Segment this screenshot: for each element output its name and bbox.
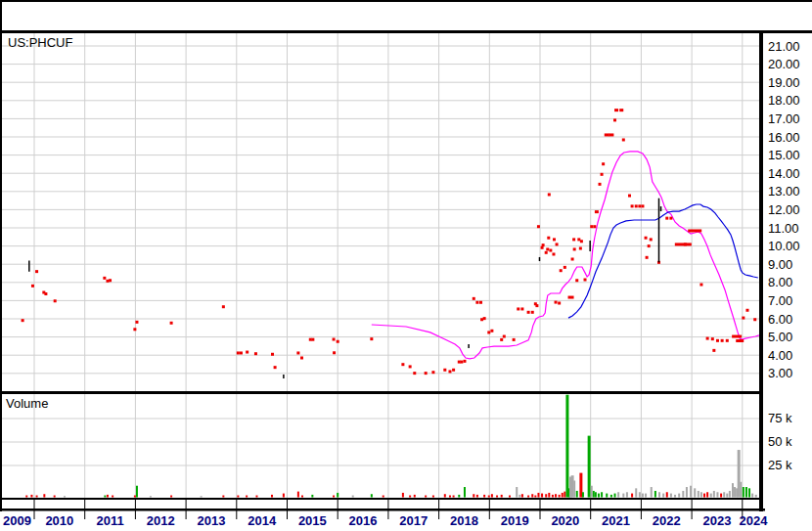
volume-bar bbox=[748, 488, 750, 497]
volume-bar bbox=[222, 496, 224, 498]
price-mark bbox=[135, 321, 138, 324]
price-mark bbox=[605, 133, 609, 136]
volume-bar bbox=[509, 496, 511, 498]
price-mark bbox=[520, 307, 523, 310]
volume-bar bbox=[237, 496, 239, 498]
price-mark bbox=[641, 204, 644, 207]
header-divider bbox=[0, 30, 812, 33]
price-mark bbox=[490, 330, 493, 332]
price-mark bbox=[54, 299, 57, 302]
volume-bar bbox=[64, 496, 66, 497]
price-mark bbox=[584, 279, 587, 282]
price-mark bbox=[517, 307, 519, 310]
volume-bar bbox=[134, 496, 136, 498]
volume-bar bbox=[598, 494, 600, 498]
volume-bar bbox=[755, 495, 757, 498]
year-axis-label: 2009 bbox=[3, 513, 31, 528]
price-mark bbox=[31, 285, 34, 288]
volume-bar bbox=[537, 493, 539, 498]
year-axis-label: 2016 bbox=[349, 513, 378, 528]
volume-bar bbox=[682, 491, 684, 498]
price-axis-label: 21.00 bbox=[768, 39, 800, 54]
volume-bar bbox=[409, 496, 411, 498]
price-mark bbox=[631, 204, 634, 207]
volume-bar bbox=[170, 496, 172, 498]
volume-bar bbox=[686, 487, 688, 497]
price-axis-label: 5.00 bbox=[768, 330, 792, 344]
volume-bar bbox=[352, 496, 354, 498]
price-mark bbox=[513, 338, 516, 341]
volume-bar bbox=[606, 494, 608, 498]
volume-bar bbox=[743, 487, 744, 497]
price-mark bbox=[556, 243, 559, 245]
volume-bar bbox=[255, 496, 257, 498]
price-mark bbox=[572, 238, 575, 241]
price-mark bbox=[542, 243, 545, 246]
price-mark bbox=[535, 304, 538, 307]
volume-bar bbox=[658, 492, 660, 497]
chart-background bbox=[0, 0, 812, 531]
price-mark bbox=[669, 217, 672, 220]
price-mark bbox=[170, 322, 173, 325]
price-axis-label: 16.00 bbox=[768, 130, 800, 145]
price-axis-label: 17.00 bbox=[768, 111, 800, 126]
year-axis-label: 2017 bbox=[399, 513, 428, 528]
volume-bar bbox=[720, 494, 722, 498]
price-mark bbox=[300, 356, 303, 359]
volume-bar bbox=[622, 494, 624, 498]
price-mark bbox=[553, 238, 556, 241]
price-mark bbox=[237, 351, 240, 354]
year-axis-label: 2013 bbox=[197, 513, 225, 528]
price-mark bbox=[531, 311, 534, 314]
price-mark bbox=[590, 225, 593, 228]
volume-bar bbox=[311, 495, 313, 498]
price-mark bbox=[638, 204, 641, 207]
volume-bar bbox=[559, 495, 561, 498]
price-mark bbox=[246, 351, 248, 354]
volume-bar bbox=[593, 491, 595, 498]
year-axis-label: 2022 bbox=[653, 513, 681, 528]
volume-bar bbox=[662, 494, 664, 498]
price-mark bbox=[665, 217, 668, 220]
volume-bar bbox=[444, 494, 446, 497]
year-axis-label: 2021 bbox=[602, 513, 630, 528]
volume-bar bbox=[642, 494, 644, 498]
price-mark bbox=[613, 118, 616, 121]
volume-bar bbox=[666, 492, 668, 497]
volume-bar bbox=[449, 496, 451, 498]
price-mark bbox=[571, 257, 574, 260]
price-mark bbox=[650, 238, 653, 241]
price-mark bbox=[35, 270, 38, 273]
price-mark bbox=[558, 302, 561, 305]
volume-bar bbox=[246, 496, 248, 498]
volume-bar bbox=[738, 450, 741, 497]
price-mark bbox=[711, 337, 714, 340]
volume-bar bbox=[107, 495, 109, 498]
volume-bar bbox=[488, 496, 490, 498]
price-axis-label: 15.00 bbox=[768, 148, 800, 162]
price-mark bbox=[648, 244, 651, 247]
price-mark bbox=[463, 360, 466, 363]
volume-bar bbox=[425, 496, 427, 498]
volume-bar bbox=[740, 482, 742, 498]
volume-bar bbox=[104, 496, 106, 498]
price-mark bbox=[274, 366, 277, 369]
price-mark bbox=[593, 225, 596, 228]
price-mark bbox=[413, 372, 416, 375]
price-mark bbox=[546, 247, 549, 250]
price-mark bbox=[431, 371, 434, 374]
price-mark bbox=[646, 256, 649, 259]
price-axis-label: 3.00 bbox=[768, 366, 792, 380]
chart-canvas[interactable]: 21.0020.0019.0018.0017.0016.0015.0014.00… bbox=[0, 0, 812, 531]
price-mark bbox=[745, 309, 748, 312]
volume-bar bbox=[582, 492, 584, 497]
stockwatch-chart-window: Historic Chart for US:PHCUF by Stockwatc… bbox=[0, 0, 812, 531]
volume-bar bbox=[729, 491, 731, 498]
price-mark bbox=[635, 204, 638, 207]
volume-bar bbox=[698, 491, 699, 498]
volume-axis-label: 75 k bbox=[768, 411, 792, 425]
price-axis-label: 13.00 bbox=[768, 184, 800, 199]
price-mark bbox=[309, 338, 312, 341]
price-mark bbox=[448, 370, 451, 373]
price-mark bbox=[595, 210, 599, 213]
